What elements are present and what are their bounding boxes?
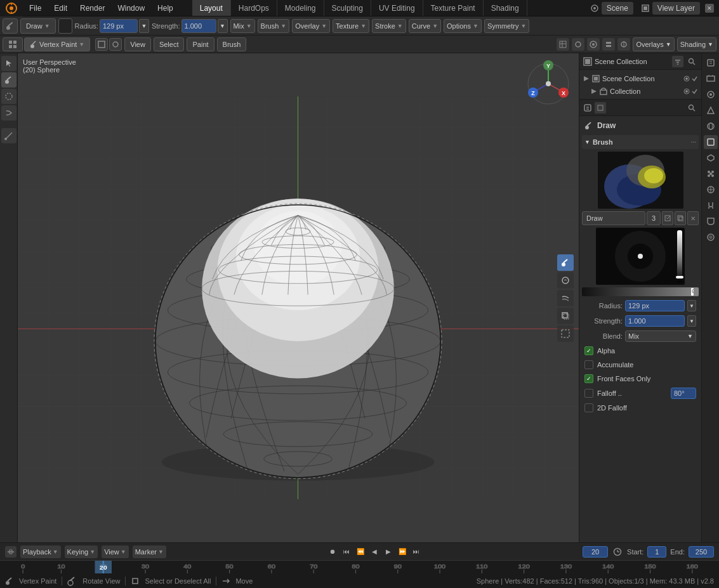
- falloff-checkbox[interactable]: [584, 389, 593, 398]
- draw-mode-selector[interactable]: Draw ▼: [20, 18, 56, 34]
- play-btn[interactable]: ▶: [383, 546, 394, 558]
- props-icon1[interactable]: [595, 102, 606, 114]
- props-icon-object[interactable]: [704, 135, 718, 149]
- view-layer-button[interactable]: View Layer: [652, 2, 700, 15]
- props-icon-modifier[interactable]: [704, 151, 718, 165]
- symmetry-dropdown[interactable]: Symmetry ▼: [484, 19, 529, 33]
- viewport[interactable]: User Perspective (20) Sphere Y X Z: [18, 53, 579, 542]
- viewport-type-btn[interactable]: [3, 37, 23, 51]
- view-icon5[interactable]: [617, 38, 630, 51]
- strength-input[interactable]: 1.000: [181, 19, 216, 33]
- skip-end-btn[interactable]: ⏭: [411, 546, 422, 558]
- start-frame-input[interactable]: 1: [647, 546, 666, 558]
- props-icon-output[interactable]: [704, 72, 718, 86]
- header-icon2[interactable]: [109, 38, 122, 51]
- radius-prop-arrow[interactable]: ▼: [687, 300, 696, 311]
- radius-prop-value[interactable]: 129 px: [625, 300, 685, 311]
- view-menu[interactable]: View: [124, 37, 151, 51]
- menu-file[interactable]: File: [23, 0, 48, 16]
- keying-menu[interactable]: Keying ▼: [65, 546, 98, 558]
- outliner-filter[interactable]: [672, 56, 683, 67]
- brush-save-btn[interactable]: [662, 211, 673, 225]
- brush-delete-btn[interactable]: ✕: [687, 211, 699, 225]
- brush-section-header[interactable]: ▼ Brush ···: [582, 135, 699, 149]
- vertex-paint-mode[interactable]: Vertex Paint ▼: [24, 37, 90, 51]
- draw-tool[interactable]: [1, 72, 16, 88]
- blur-tool[interactable]: [1, 89, 16, 104]
- timeline-type-btn[interactable]: [5, 546, 16, 558]
- strength-down-arrow[interactable]: ▼: [218, 19, 228, 33]
- props-icon-physics[interactable]: [704, 183, 718, 197]
- cursor-tool[interactable]: [1, 56, 16, 71]
- alpha-checkbox[interactable]: ✓: [584, 346, 593, 355]
- tab-texture-paint[interactable]: Texture Paint: [423, 0, 484, 16]
- draw-paint-tool[interactable]: [557, 254, 574, 271]
- props-icon-view[interactable]: [704, 88, 718, 101]
- next-keyframe-btn[interactable]: ⏩: [397, 546, 408, 558]
- smear-paint-tool[interactable]: [557, 290, 574, 306]
- view-icon2[interactable]: [572, 38, 584, 51]
- play-reverse-btn[interactable]: ◀: [369, 546, 380, 558]
- front-faces-checkbox[interactable]: ✓: [584, 374, 593, 383]
- paint-menu[interactable]: Paint: [187, 37, 214, 51]
- tab-shading[interactable]: Shading: [484, 0, 527, 16]
- collection-row[interactable]: Collection: [582, 85, 699, 98]
- record-btn[interactable]: ⏺: [327, 546, 338, 558]
- view-icon3[interactable]: [587, 38, 600, 51]
- brightness-slider[interactable]: [677, 230, 682, 282]
- tab-sculpting[interactable]: Sculpting: [324, 0, 371, 16]
- end-frame-input[interactable]: 250: [689, 546, 714, 558]
- overlay-dropdown[interactable]: Overlay ▼: [292, 19, 330, 33]
- smear-tool[interactable]: [1, 105, 16, 121]
- header-icon1[interactable]: [95, 38, 108, 51]
- options-dropdown[interactable]: Options ▼: [444, 19, 482, 33]
- brush-name-btn[interactable]: Draw: [582, 211, 645, 225]
- scene-selector[interactable]: Scene: [602, 2, 633, 15]
- soften-tool[interactable]: [557, 272, 574, 289]
- tab-hardops[interactable]: HardOps: [231, 0, 277, 16]
- marker-menu[interactable]: Marker ▼: [133, 546, 166, 558]
- clone-paint-tool[interactable]: [557, 308, 574, 324]
- menu-help[interactable]: Help: [151, 0, 180, 16]
- outliner-search[interactable]: [686, 56, 697, 67]
- skip-start-btn[interactable]: ⏮: [341, 546, 352, 558]
- tab-modeling[interactable]: Modeling: [277, 0, 324, 16]
- brush-copy-btn[interactable]: [675, 211, 686, 225]
- brush-gradient[interactable]: [582, 287, 699, 296]
- blend-dropdown[interactable]: Mix ▼: [230, 19, 255, 33]
- scrubber-container[interactable]: 0 10 20 30 40 50 60 70 80 90 100 110 120…: [0, 560, 719, 573]
- strength-prop-arrow[interactable]: ▼: [687, 315, 696, 327]
- view-icon1[interactable]: [557, 38, 569, 51]
- curve-dropdown[interactable]: Curve ▼: [409, 19, 441, 33]
- overlays-menu[interactable]: Overlays ▼: [633, 37, 674, 51]
- scene-collection-row[interactable]: Scene Collection: [582, 72, 699, 85]
- radius-input[interactable]: 129 px: [100, 19, 138, 33]
- falloff-2d-checkbox[interactable]: [584, 403, 593, 412]
- annotate-tool[interactable]: [1, 128, 16, 143]
- view-icon4[interactable]: [602, 38, 615, 51]
- view-layer-close[interactable]: ✕: [705, 4, 714, 13]
- brush-menu[interactable]: Brush: [217, 37, 247, 51]
- accumulate-checkbox[interactable]: [584, 360, 593, 369]
- playback-menu[interactable]: Playback ▼: [20, 546, 61, 558]
- props-icon-particles[interactable]: [704, 167, 718, 181]
- brightness-handle[interactable]: [676, 276, 683, 278]
- props-icon-render[interactable]: [704, 56, 718, 70]
- menu-render[interactable]: Render: [74, 0, 111, 16]
- radius-down-arrow[interactable]: ▼: [139, 19, 149, 33]
- texture-dropdown[interactable]: Texture ▼: [333, 19, 369, 33]
- brush-dropdown[interactable]: Brush ▼: [258, 19, 290, 33]
- props-icon-world[interactable]: [704, 119, 718, 133]
- select-paint-tool[interactable]: [557, 325, 574, 342]
- brush-more[interactable]: ···: [691, 139, 696, 146]
- timeline-view-menu[interactable]: View ▼: [102, 546, 129, 558]
- props-icon-scene[interactable]: [704, 103, 718, 117]
- strength-prop-value[interactable]: 1.000: [625, 315, 685, 327]
- current-frame-input[interactable]: 20: [583, 546, 608, 558]
- props-icon-material[interactable]: [704, 230, 718, 244]
- blend-prop-value[interactable]: Mix ▼: [625, 330, 696, 342]
- color-swatch[interactable]: [58, 18, 72, 34]
- navigation-gizmo[interactable]: Y X Z: [523, 58, 574, 111]
- stroke-dropdown[interactable]: Stroke ▼: [372, 19, 406, 33]
- prev-keyframe-btn[interactable]: ⏪: [355, 546, 366, 558]
